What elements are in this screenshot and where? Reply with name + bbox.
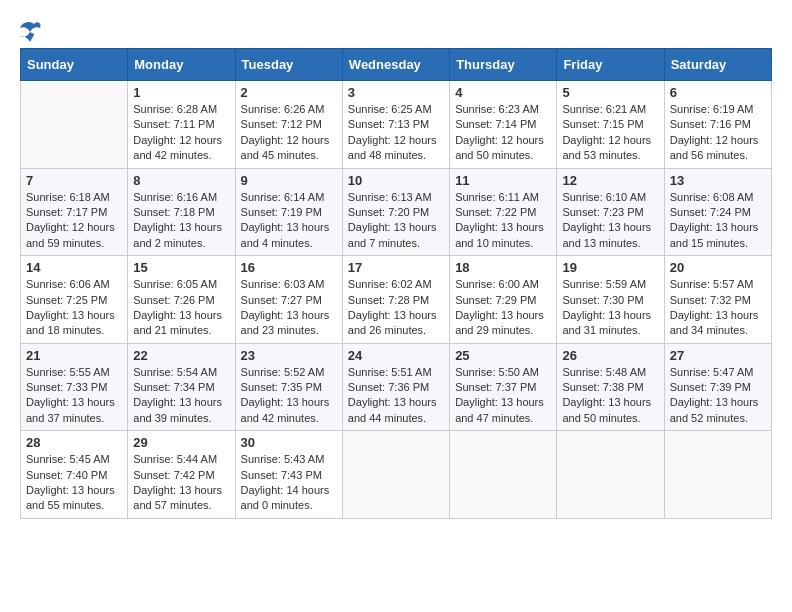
calendar-header-monday: Monday <box>128 49 235 81</box>
calendar-cell: 3Sunrise: 6:25 AM Sunset: 7:13 PM Daylig… <box>342 81 449 169</box>
day-info: Sunrise: 5:59 AM Sunset: 7:30 PM Dayligh… <box>562 277 658 339</box>
day-number: 28 <box>26 435 122 450</box>
logo <box>20 20 52 42</box>
day-number: 24 <box>348 348 444 363</box>
day-info: Sunrise: 6:13 AM Sunset: 7:20 PM Dayligh… <box>348 190 444 252</box>
day-number: 2 <box>241 85 337 100</box>
calendar-cell: 22Sunrise: 5:54 AM Sunset: 7:34 PM Dayli… <box>128 343 235 431</box>
calendar-week-row: 28Sunrise: 5:45 AM Sunset: 7:40 PM Dayli… <box>21 431 772 519</box>
day-number: 1 <box>133 85 229 100</box>
day-number: 29 <box>133 435 229 450</box>
calendar-cell: 15Sunrise: 6:05 AM Sunset: 7:26 PM Dayli… <box>128 256 235 344</box>
day-number: 15 <box>133 260 229 275</box>
day-number: 12 <box>562 173 658 188</box>
day-number: 18 <box>455 260 551 275</box>
calendar-week-row: 1Sunrise: 6:28 AM Sunset: 7:11 PM Daylig… <box>21 81 772 169</box>
day-info: Sunrise: 6:00 AM Sunset: 7:29 PM Dayligh… <box>455 277 551 339</box>
calendar-cell: 9Sunrise: 6:14 AM Sunset: 7:19 PM Daylig… <box>235 168 342 256</box>
day-number: 6 <box>670 85 766 100</box>
calendar-cell: 11Sunrise: 6:11 AM Sunset: 7:22 PM Dayli… <box>450 168 557 256</box>
calendar-cell: 13Sunrise: 6:08 AM Sunset: 7:24 PM Dayli… <box>664 168 771 256</box>
calendar-cell: 16Sunrise: 6:03 AM Sunset: 7:27 PM Dayli… <box>235 256 342 344</box>
calendar-cell: 6Sunrise: 6:19 AM Sunset: 7:16 PM Daylig… <box>664 81 771 169</box>
day-number: 23 <box>241 348 337 363</box>
day-info: Sunrise: 6:16 AM Sunset: 7:18 PM Dayligh… <box>133 190 229 252</box>
day-info: Sunrise: 5:44 AM Sunset: 7:42 PM Dayligh… <box>133 452 229 514</box>
day-info: Sunrise: 6:21 AM Sunset: 7:15 PM Dayligh… <box>562 102 658 164</box>
day-info: Sunrise: 6:11 AM Sunset: 7:22 PM Dayligh… <box>455 190 551 252</box>
calendar-cell: 10Sunrise: 6:13 AM Sunset: 7:20 PM Dayli… <box>342 168 449 256</box>
calendar-cell <box>557 431 664 519</box>
calendar-cell: 21Sunrise: 5:55 AM Sunset: 7:33 PM Dayli… <box>21 343 128 431</box>
day-info: Sunrise: 6:19 AM Sunset: 7:16 PM Dayligh… <box>670 102 766 164</box>
calendar-header-thursday: Thursday <box>450 49 557 81</box>
calendar-cell: 27Sunrise: 5:47 AM Sunset: 7:39 PM Dayli… <box>664 343 771 431</box>
day-number: 21 <box>26 348 122 363</box>
day-number: 17 <box>348 260 444 275</box>
day-info: Sunrise: 5:55 AM Sunset: 7:33 PM Dayligh… <box>26 365 122 427</box>
day-number: 20 <box>670 260 766 275</box>
calendar-cell: 2Sunrise: 6:26 AM Sunset: 7:12 PM Daylig… <box>235 81 342 169</box>
day-number: 13 <box>670 173 766 188</box>
calendar-cell: 4Sunrise: 6:23 AM Sunset: 7:14 PM Daylig… <box>450 81 557 169</box>
calendar-cell: 18Sunrise: 6:00 AM Sunset: 7:29 PM Dayli… <box>450 256 557 344</box>
logo-bird-icon <box>20 20 48 42</box>
day-number: 30 <box>241 435 337 450</box>
day-number: 7 <box>26 173 122 188</box>
day-info: Sunrise: 6:28 AM Sunset: 7:11 PM Dayligh… <box>133 102 229 164</box>
day-number: 16 <box>241 260 337 275</box>
calendar-header-row: SundayMondayTuesdayWednesdayThursdayFrid… <box>21 49 772 81</box>
calendar-cell: 19Sunrise: 5:59 AM Sunset: 7:30 PM Dayli… <box>557 256 664 344</box>
day-number: 11 <box>455 173 551 188</box>
calendar-cell <box>450 431 557 519</box>
calendar-header-tuesday: Tuesday <box>235 49 342 81</box>
calendar-cell: 24Sunrise: 5:51 AM Sunset: 7:36 PM Dayli… <box>342 343 449 431</box>
calendar-cell: 8Sunrise: 6:16 AM Sunset: 7:18 PM Daylig… <box>128 168 235 256</box>
header <box>20 20 772 42</box>
day-number: 26 <box>562 348 658 363</box>
calendar-header-friday: Friday <box>557 49 664 81</box>
calendar-week-row: 7Sunrise: 6:18 AM Sunset: 7:17 PM Daylig… <box>21 168 772 256</box>
calendar-cell <box>21 81 128 169</box>
day-info: Sunrise: 6:05 AM Sunset: 7:26 PM Dayligh… <box>133 277 229 339</box>
calendar-cell: 23Sunrise: 5:52 AM Sunset: 7:35 PM Dayli… <box>235 343 342 431</box>
day-info: Sunrise: 5:48 AM Sunset: 7:38 PM Dayligh… <box>562 365 658 427</box>
day-info: Sunrise: 5:51 AM Sunset: 7:36 PM Dayligh… <box>348 365 444 427</box>
day-info: Sunrise: 5:52 AM Sunset: 7:35 PM Dayligh… <box>241 365 337 427</box>
day-number: 9 <box>241 173 337 188</box>
day-info: Sunrise: 5:57 AM Sunset: 7:32 PM Dayligh… <box>670 277 766 339</box>
day-info: Sunrise: 5:47 AM Sunset: 7:39 PM Dayligh… <box>670 365 766 427</box>
day-info: Sunrise: 6:14 AM Sunset: 7:19 PM Dayligh… <box>241 190 337 252</box>
day-info: Sunrise: 5:43 AM Sunset: 7:43 PM Dayligh… <box>241 452 337 514</box>
calendar-cell <box>664 431 771 519</box>
day-number: 4 <box>455 85 551 100</box>
calendar-week-row: 14Sunrise: 6:06 AM Sunset: 7:25 PM Dayli… <box>21 256 772 344</box>
day-number: 14 <box>26 260 122 275</box>
calendar-cell: 5Sunrise: 6:21 AM Sunset: 7:15 PM Daylig… <box>557 81 664 169</box>
day-info: Sunrise: 6:25 AM Sunset: 7:13 PM Dayligh… <box>348 102 444 164</box>
day-info: Sunrise: 6:02 AM Sunset: 7:28 PM Dayligh… <box>348 277 444 339</box>
day-info: Sunrise: 6:26 AM Sunset: 7:12 PM Dayligh… <box>241 102 337 164</box>
day-info: Sunrise: 6:18 AM Sunset: 7:17 PM Dayligh… <box>26 190 122 252</box>
calendar-cell: 29Sunrise: 5:44 AM Sunset: 7:42 PM Dayli… <box>128 431 235 519</box>
calendar-cell: 12Sunrise: 6:10 AM Sunset: 7:23 PM Dayli… <box>557 168 664 256</box>
day-number: 22 <box>133 348 229 363</box>
day-number: 3 <box>348 85 444 100</box>
calendar-header-sunday: Sunday <box>21 49 128 81</box>
day-info: Sunrise: 5:50 AM Sunset: 7:37 PM Dayligh… <box>455 365 551 427</box>
calendar-cell: 17Sunrise: 6:02 AM Sunset: 7:28 PM Dayli… <box>342 256 449 344</box>
calendar-cell: 1Sunrise: 6:28 AM Sunset: 7:11 PM Daylig… <box>128 81 235 169</box>
day-info: Sunrise: 6:08 AM Sunset: 7:24 PM Dayligh… <box>670 190 766 252</box>
day-number: 19 <box>562 260 658 275</box>
calendar-cell: 14Sunrise: 6:06 AM Sunset: 7:25 PM Dayli… <box>21 256 128 344</box>
day-info: Sunrise: 6:03 AM Sunset: 7:27 PM Dayligh… <box>241 277 337 339</box>
day-number: 25 <box>455 348 551 363</box>
day-number: 5 <box>562 85 658 100</box>
day-info: Sunrise: 5:54 AM Sunset: 7:34 PM Dayligh… <box>133 365 229 427</box>
calendar-header-saturday: Saturday <box>664 49 771 81</box>
calendar-cell: 25Sunrise: 5:50 AM Sunset: 7:37 PM Dayli… <box>450 343 557 431</box>
calendar-cell: 28Sunrise: 5:45 AM Sunset: 7:40 PM Dayli… <box>21 431 128 519</box>
calendar-header-wednesday: Wednesday <box>342 49 449 81</box>
day-info: Sunrise: 6:23 AM Sunset: 7:14 PM Dayligh… <box>455 102 551 164</box>
calendar-week-row: 21Sunrise: 5:55 AM Sunset: 7:33 PM Dayli… <box>21 343 772 431</box>
